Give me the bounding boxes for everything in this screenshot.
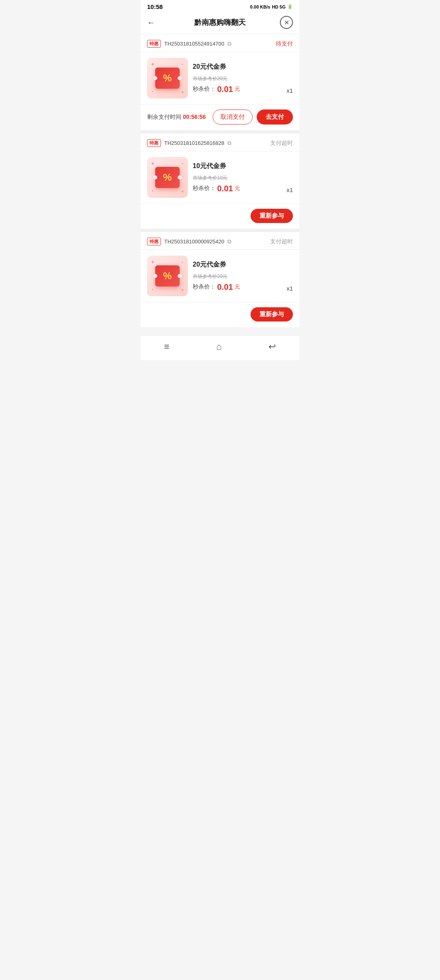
special-badge-2: 特惠 xyxy=(147,139,161,147)
product-name-3: 20元代金券 xyxy=(193,260,293,269)
divider-1 xyxy=(141,130,299,133)
timer-value-1: 00:56:56 xyxy=(183,114,206,120)
order-header-1: 特惠 TH250318105524914700 ⧉ 待支付 xyxy=(141,34,299,52)
copy-icon-2[interactable]: ⧉ xyxy=(227,140,231,147)
sparkle-bl-3: ✦ xyxy=(151,288,154,291)
sale-price-1: 0.01 xyxy=(217,85,233,94)
divider-2 xyxy=(141,229,299,232)
product-row-1: ✦ ✦ ✦ ✦ % 20元代金券 市场参考价20元 秒杀价： 0.01 元 x1 xyxy=(141,52,299,104)
percent-icon-3: % xyxy=(163,270,172,282)
order-card-2: 特惠 TH250318101625816828 ⧉ 支付超时 ✦ ✦ ✦ ✦ %… xyxy=(141,133,299,229)
sale-price-2: 0.01 xyxy=(217,184,233,193)
back-button[interactable]: ← xyxy=(147,18,160,27)
rejoin-button-3[interactable]: 重新参与 xyxy=(251,307,293,322)
market-price-1: 市场参考价20元 xyxy=(193,75,293,82)
status-time: 10:58 xyxy=(147,3,163,10)
sparkle-tl-2: ✦ xyxy=(150,160,155,167)
market-price-2: 市场参考价10元 xyxy=(193,175,293,182)
order-card-3: 特惠 TH250318100000925420 ⧉ 支付超时 ✦ ✦ ✦ ✦ %… xyxy=(141,232,299,327)
product-info-1: 20元代金券 市场参考价20元 秒杀价： 0.01 元 x1 xyxy=(193,63,293,94)
product-info-3: 20元代金券 市场参考价20元 秒杀价： 0.01 元 x1 xyxy=(193,260,293,292)
network-type: HD 5G xyxy=(272,4,286,9)
bottom-nav: ≡ ⌂ ↩ xyxy=(141,335,299,360)
special-badge-1: 特惠 xyxy=(147,40,161,48)
timer-text-1: 剩余支付时间 00:56:56 xyxy=(147,114,206,121)
status-icons: 0.00 KB/s HD 5G 🔋 xyxy=(250,4,293,9)
timer-row-1: 剩余支付时间 00:56:56 取消支付 去支付 xyxy=(141,104,299,130)
product-row-2: ✦ ✦ ✦ ✦ % 10元代金券 市场参考价10元 秒杀价： 0.01 元 x1 xyxy=(141,151,299,203)
sale-label-3: 秒杀价： xyxy=(193,283,216,291)
copy-icon-3[interactable]: ⧉ xyxy=(227,238,231,245)
rejoin-button-2[interactable]: 重新参与 xyxy=(251,209,293,223)
product-image-2: ✦ ✦ ✦ ✦ % xyxy=(147,157,188,198)
page-title: 黔南惠购嗨翻天 xyxy=(194,18,246,27)
sale-price-row-1: 秒杀价： 0.01 元 x1 xyxy=(193,85,293,94)
coupon-ticket-3: % xyxy=(155,265,180,287)
quantity-3: x1 xyxy=(286,285,293,292)
coupon-ticket-1: % xyxy=(155,68,180,89)
content-area: 特惠 TH250318105524914700 ⧉ 待支付 ✦ ✦ ✦ ✦ % … xyxy=(141,34,299,335)
sale-price-row-3: 秒杀价： 0.01 元 x1 xyxy=(193,282,293,292)
close-button[interactable]: ✕ xyxy=(280,16,293,29)
quantity-1: x1 xyxy=(286,87,293,94)
quantity-2: x1 xyxy=(286,186,293,193)
action-row-2: 重新参与 xyxy=(141,203,299,229)
order-number-3: TH250318100000925420 xyxy=(164,238,224,245)
sparkle-br: ✦ xyxy=(180,90,185,95)
back-nav-icon[interactable]: ↩ xyxy=(268,341,276,352)
sale-label-2: 秒杀价： xyxy=(193,185,216,192)
sale-price-3: 0.01 xyxy=(217,282,233,292)
home-nav-icon[interactable]: ⌂ xyxy=(216,341,222,352)
product-name-1: 20元代金券 xyxy=(193,63,293,71)
order-number-1: TH250318105524914700 xyxy=(164,41,224,47)
sale-price-row-2: 秒杀价： 0.01 元 x1 xyxy=(193,184,293,193)
sale-unit-2: 元 xyxy=(235,185,240,192)
pay-button-1[interactable]: 去支付 xyxy=(257,109,293,125)
percent-icon-2: % xyxy=(163,172,172,183)
sparkle-tr-3: ✦ xyxy=(181,260,184,264)
sparkle-tl: ✦ xyxy=(150,61,155,68)
order-status-2: 支付超时 xyxy=(270,140,293,147)
cancel-payment-button-1[interactable]: 取消支付 xyxy=(213,109,253,125)
market-price-3: 市场参考价20元 xyxy=(193,273,293,280)
network-speed: 0.00 KB/s xyxy=(250,4,271,9)
page-header: ← 黔南惠购嗨翻天 ✕ xyxy=(141,12,299,34)
special-badge-3: 特惠 xyxy=(147,238,161,245)
sparkle-tl-3: ✦ xyxy=(150,259,155,265)
sale-unit-1: 元 xyxy=(235,85,240,93)
product-row-3: ✦ ✦ ✦ ✦ % 20元代金券 市场参考价20元 秒杀价： 0.01 元 x1 xyxy=(141,250,299,302)
battery: 🔋 xyxy=(287,4,293,9)
order-header-3: 特惠 TH250318100000925420 ⧉ 支付超时 xyxy=(141,232,299,250)
product-image-3: ✦ ✦ ✦ ✦ % xyxy=(147,256,188,296)
product-name-2: 10元代金券 xyxy=(193,162,293,171)
order-status-3: 支付超时 xyxy=(270,238,293,245)
sparkle-tr: ✦ xyxy=(181,63,184,66)
sparkle-br-2: ✦ xyxy=(180,189,185,195)
product-image-1: ✦ ✦ ✦ ✦ % xyxy=(147,58,188,98)
order-number-2: TH250318101625816828 xyxy=(164,140,224,146)
coupon-ticket-2: % xyxy=(155,167,180,188)
close-icon: ✕ xyxy=(284,19,289,26)
percent-icon-1: % xyxy=(163,72,172,84)
timer-actions-1: 取消支付 去支付 xyxy=(213,109,293,125)
order-header-2: 特惠 TH250318101625816828 ⧉ 支付超时 xyxy=(141,133,299,151)
action-row-3: 重新参与 xyxy=(141,302,299,327)
sparkle-bl-2: ✦ xyxy=(151,189,154,193)
menu-nav-icon[interactable]: ≡ xyxy=(164,341,169,352)
status-bar: 10:58 0.00 KB/s HD 5G 🔋 xyxy=(141,0,299,12)
sale-unit-3: 元 xyxy=(235,283,240,291)
copy-icon-1[interactable]: ⧉ xyxy=(227,40,231,47)
sparkle-bl: ✦ xyxy=(151,90,154,94)
order-status-1: 待支付 xyxy=(276,40,293,48)
sale-label-1: 秒杀价： xyxy=(193,85,216,93)
product-info-2: 10元代金券 市场参考价10元 秒杀价： 0.01 元 x1 xyxy=(193,162,293,193)
order-card-1: 特惠 TH250318105524914700 ⧉ 待支付 ✦ ✦ ✦ ✦ % … xyxy=(141,34,299,130)
sparkle-br-3: ✦ xyxy=(180,287,185,293)
bottom-spacer xyxy=(141,327,299,335)
sparkle-tr-2: ✦ xyxy=(181,162,184,166)
